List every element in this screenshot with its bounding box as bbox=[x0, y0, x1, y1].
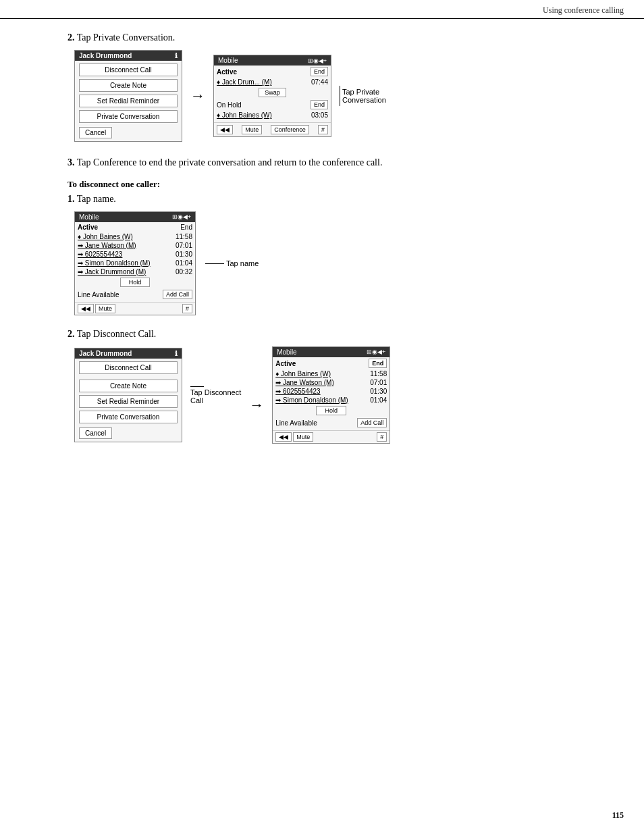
arrow-top: → bbox=[190, 87, 205, 105]
conf-hold-btn[interactable]: Hold bbox=[120, 278, 151, 287]
header-title: Using conference calling bbox=[543, 5, 624, 16]
disconnect-call-btn-bottom[interactable]: Disconnect Call bbox=[79, 361, 178, 374]
right-speaker-btn-bottom[interactable]: ◀◀ bbox=[275, 432, 292, 442]
right-active-title-bottom: Mobile ⊞◉◀+ bbox=[273, 347, 390, 357]
conf-caller-4: ➡ Jack Drummond (M) 00:32 bbox=[78, 267, 192, 276]
end-btn-active-top[interactable]: End bbox=[311, 67, 328, 76]
conf-speaker-btn[interactable]: ◀◀ bbox=[78, 304, 94, 313]
set-redial-btn-top[interactable]: Set Redial Reminder bbox=[79, 95, 178, 107]
right-caller-0: ♦ John Baines (W) 11:58 bbox=[273, 369, 390, 378]
swap-btn-top[interactable]: Swap bbox=[259, 88, 286, 97]
conf-hold-row: Hold bbox=[75, 276, 195, 288]
arrow-bottom: → bbox=[249, 376, 264, 414]
right-active-label-bottom: Active End bbox=[273, 357, 390, 369]
right-hold-row-bottom: Hold bbox=[273, 405, 390, 417]
conf-phone-title: Mobile ⊞◉◀+ bbox=[75, 212, 195, 222]
end-btn2-top[interactable]: End bbox=[311, 100, 328, 109]
left-menu-title-bar-bottom: Jack Drummond ℹ bbox=[75, 348, 182, 359]
create-note-btn-bottom[interactable]: Create Note bbox=[79, 380, 178, 392]
cancel-wrap-bottom: Cancel bbox=[75, 426, 182, 442]
conf-bottom-bar: ◀◀ Mute # bbox=[75, 302, 195, 315]
right-line-row-bottom: Line Available Add Call bbox=[273, 417, 390, 429]
step-2-bottom: 2. Tap Disconnect Call. Jack Drummond ℹ … bbox=[68, 329, 590, 444]
right-active-phone-bottom: Mobile ⊞◉◀+ Active End ♦ John Baines (W)… bbox=[272, 346, 390, 444]
conference-btn-top[interactable]: Conference bbox=[271, 125, 309, 134]
step-3: 3. Tap Conference to end the private con… bbox=[68, 155, 590, 170]
right-hash-btn-bottom[interactable]: # bbox=[377, 432, 387, 442]
left-menu-phone-top: Jack Drummond ℹ Disconnect Call Create N… bbox=[74, 50, 182, 142]
cancel-btn-bottom[interactable]: Cancel bbox=[79, 427, 112, 439]
conf-end-btn[interactable]: End bbox=[180, 224, 192, 231]
cancel-wrap-top: Cancel bbox=[75, 126, 182, 141]
right-call-list-bottom: ♦ John Baines (W) 11:58 ➡ Jane Watson (M… bbox=[273, 369, 390, 405]
conf-phone-main: Mobile ⊞◉◀+ Active End ♦ John Baines (W)… bbox=[74, 211, 196, 315]
step-2-top-label: 2. Tap Private Conversation. bbox=[68, 32, 590, 43]
mute-btn-top[interactable]: Mute bbox=[242, 125, 262, 134]
right-caller-2: ➡ 6025554423 01:30 bbox=[273, 387, 390, 396]
set-redial-btn-bottom[interactable]: Set Redial Reminder bbox=[79, 395, 178, 408]
page-number: 115 bbox=[612, 810, 624, 820]
step-2-top: 2. Tap Private Conversation. Jack Drummo… bbox=[68, 32, 590, 142]
right-hold-btn-bottom[interactable]: Hold bbox=[316, 406, 346, 415]
right-mute-btn-bottom[interactable]: Mute bbox=[293, 432, 313, 442]
disconnect-step1-label: 1. Tap name. bbox=[68, 194, 590, 205]
conf-caller-2: ➡ 6025554423 01:30 bbox=[78, 250, 192, 259]
annotation-tap-name: Tap name bbox=[205, 259, 259, 267]
private-conv-btn-top[interactable]: Private Conversation bbox=[79, 110, 178, 123]
conf-call-list: ♦ John Baines (W) 11:58 ➡ Jane Watson (M… bbox=[75, 232, 195, 276]
conf-caller-1: ➡ Jane Watson (M) 07:01 bbox=[78, 241, 192, 250]
right-caller-1: ➡ Jane Watson (M) 07:01 bbox=[273, 378, 390, 387]
right-caller-3: ➡ Simon Donaldson (M) 01:04 bbox=[273, 396, 390, 405]
left-menu-phone-bottom: Jack Drummond ℹ Disconnect Call Create N… bbox=[74, 348, 182, 442]
conf-active-row: Active End bbox=[75, 222, 195, 232]
private-conv-btn-bottom[interactable]: Private Conversation bbox=[79, 411, 178, 423]
create-note-btn-top[interactable]: Create Note bbox=[79, 79, 178, 92]
conf-caller-3: ➡ Simon Donaldson (M) 01:04 bbox=[78, 259, 192, 267]
left-menu-title-bar-top: Jack Drummond ℹ bbox=[75, 51, 182, 61]
right-active-phone-top: Mobile ⊞◉◀+ Active End ♦ Jack Drum... (M… bbox=[213, 55, 331, 137]
active-phone-bottom-top: ◀◀ Mute Conference # bbox=[214, 122, 331, 136]
page-content: 2. Tap Private Conversation. Jack Drummo… bbox=[0, 19, 644, 484]
disconnect-call-btn-top[interactable]: Disconnect Call bbox=[79, 63, 178, 76]
disconnect-heading: To disconnect one caller: bbox=[68, 179, 590, 190]
right-add-call-btn-bottom[interactable]: Add Call bbox=[357, 418, 387, 427]
conf-line-row: Line Available Add Call bbox=[75, 288, 195, 301]
right-end-btn-bottom[interactable]: End bbox=[369, 359, 387, 368]
disconnect-section: To disconnect one caller: 1. Tap name. M… bbox=[68, 179, 590, 315]
cancel-btn-top[interactable]: Cancel bbox=[79, 127, 112, 138]
conf-add-call-btn[interactable]: Add Call bbox=[163, 290, 192, 299]
conf-mute-btn[interactable]: Mute bbox=[95, 304, 115, 313]
hash-btn-top[interactable]: # bbox=[318, 125, 328, 134]
speaker-btn-top[interactable]: ◀◀ bbox=[217, 125, 233, 134]
right-bottom-bar-bottom: ◀◀ Mute # bbox=[273, 430, 390, 443]
page-header: Using conference calling bbox=[0, 0, 644, 19]
conf-caller-0: ♦ John Baines (W) 11:58 bbox=[78, 232, 192, 241]
annotation-tap-disconnect: Tap Disconnect Call bbox=[190, 386, 241, 405]
step-2-bottom-label: 2. Tap Disconnect Call. bbox=[68, 329, 590, 340]
annotation-tap-private: Tap Private Conversation bbox=[340, 86, 386, 106]
page-footer: 115 bbox=[612, 810, 624, 820]
conf-hash-btn[interactable]: # bbox=[182, 304, 192, 313]
active-phone-title-top: Mobile ⊞◉◀+ bbox=[214, 55, 331, 66]
